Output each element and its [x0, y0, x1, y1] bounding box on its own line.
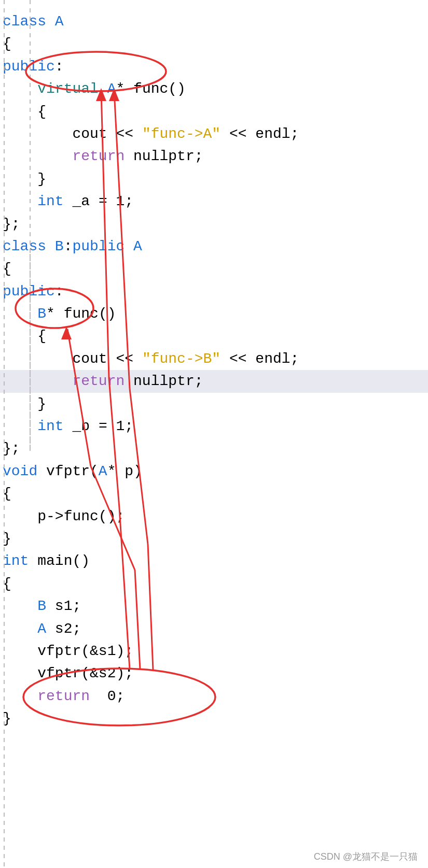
code-line-8: } — [0, 168, 428, 190]
brace-open: { — [3, 36, 11, 52]
code-line-21: void vfptr(A* p) — [0, 460, 428, 482]
code-line-27: B s1; — [0, 595, 428, 617]
code-line-1: class A — [0, 10, 428, 33]
code-line-16: cout << "func->B" << endl; — [0, 348, 428, 370]
keyword-return: return — [72, 148, 125, 164]
keyword-public: public — [3, 59, 55, 75]
code-line-18: } — [0, 393, 428, 415]
code-line-17: return nullptr; — [0, 370, 428, 392]
code-line-20: }; — [0, 437, 428, 460]
keyword-class-B: class — [3, 238, 46, 254]
code-line-6: cout << "func->A" << endl; — [0, 123, 428, 145]
code-line-28: A s2; — [0, 618, 428, 640]
code-line-2: { — [0, 33, 428, 55]
code-line-30: vfptr(&s2); — [0, 662, 428, 685]
type-A: A — [107, 81, 116, 97]
keyword-int-a: int — [37, 193, 63, 209]
code-line-25: int main() — [0, 550, 428, 572]
code-line-9: int _a = 1; — [0, 190, 428, 212]
code-line-12: { — [0, 258, 428, 280]
code-line-11: class B:public A — [0, 235, 428, 258]
code-line-24: } — [0, 528, 428, 550]
code-line-10: }; — [0, 213, 428, 235]
code-line-7: return nullptr; — [0, 145, 428, 167]
code-line-4: virtual A* func() — [0, 78, 428, 100]
func-name: func — [133, 81, 168, 97]
code-line-3: public: — [0, 55, 428, 78]
watermark: CSDN @龙猫不是一只猫 — [314, 850, 418, 863]
code-line-22: { — [0, 482, 428, 505]
code-block: class A { public: virtual A* func() { co… — [0, 5, 428, 735]
code-line-19: int _b = 1; — [0, 415, 428, 437]
code-line-29: vfptr(&s1); — [0, 640, 428, 662]
code-line-15: { — [0, 325, 428, 347]
code-line-14: B* func() — [0, 303, 428, 325]
code-line-32: } — [0, 707, 428, 730]
code-line-13: public: — [0, 280, 428, 303]
code-line-31: return 0; — [0, 685, 428, 707]
keyword-class: class — [3, 13, 46, 30]
keyword-virtual: virtual — [37, 81, 99, 97]
code-line-23: p->func(); — [0, 505, 428, 528]
class-name-A: A — [55, 13, 64, 30]
code-line-5: { — [0, 101, 428, 123]
code-line-26: { — [0, 573, 428, 595]
